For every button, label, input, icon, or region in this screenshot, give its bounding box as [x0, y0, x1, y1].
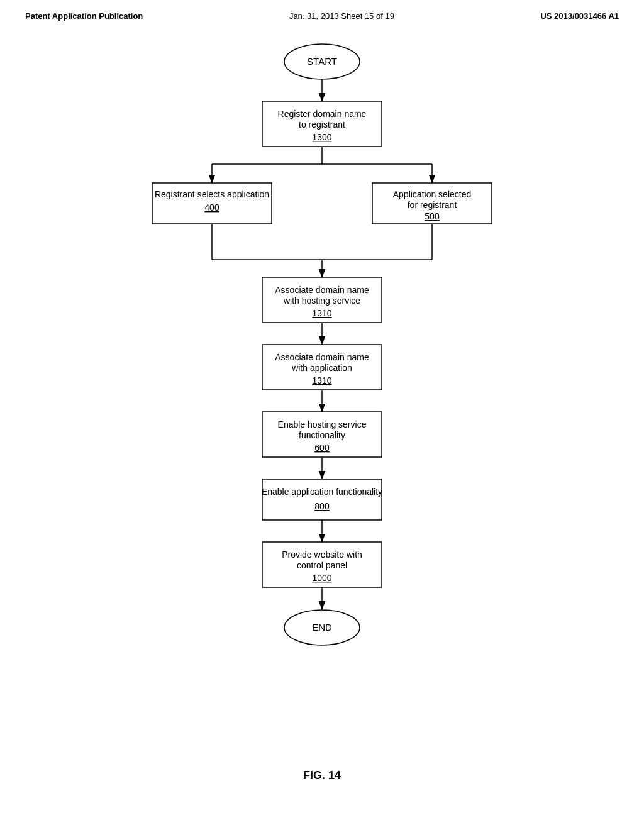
diagram-area: START Register domain name to registrant…	[0, 21, 644, 763]
svg-text:Enable application functionali: Enable application functionality	[262, 487, 382, 497]
svg-text:1300: 1300	[312, 132, 331, 142]
svg-text:400: 400	[204, 202, 219, 213]
svg-text:800: 800	[314, 501, 330, 511]
svg-text:functionality: functionality	[299, 430, 345, 440]
svg-text:Application selected: Application selected	[393, 189, 472, 199]
fig-label: FIG. 14	[0, 769, 644, 782]
svg-text:600: 600	[314, 443, 330, 453]
svg-text:Enable hosting service: Enable hosting service	[278, 419, 367, 429]
svg-text:Associate domain name: Associate domain name	[275, 285, 369, 295]
svg-text:to registrant: to registrant	[299, 119, 345, 130]
flowchart: START Register domain name to registrant…	[102, 27, 542, 763]
svg-text:Register domain name: Register domain name	[278, 109, 367, 119]
svg-rect-39	[262, 479, 382, 520]
svg-text:Provide website with: Provide website with	[282, 550, 362, 560]
svg-text:END: END	[312, 622, 332, 633]
svg-text:control panel: control panel	[297, 560, 347, 570]
svg-text:Registrant selects application: Registrant selects application	[155, 189, 269, 199]
svg-text:START: START	[307, 56, 337, 67]
svg-text:with application: with application	[291, 363, 352, 373]
svg-text:1310: 1310	[312, 375, 331, 385]
page-header: Patent Application Publication Jan. 31, …	[0, 0, 644, 21]
svg-text:500: 500	[425, 211, 440, 221]
header-right: US 2013/0031466 A1	[540, 11, 619, 21]
svg-text:with hosting service: with hosting service	[283, 296, 360, 306]
svg-text:1000: 1000	[312, 573, 331, 583]
header-center: Jan. 31, 2013 Sheet 15 of 19	[289, 11, 394, 21]
svg-text:Associate domain name: Associate domain name	[275, 352, 369, 362]
header-left: Patent Application Publication	[25, 11, 143, 21]
svg-text:1310: 1310	[312, 308, 331, 318]
svg-text:for registrant: for registrant	[408, 200, 457, 210]
